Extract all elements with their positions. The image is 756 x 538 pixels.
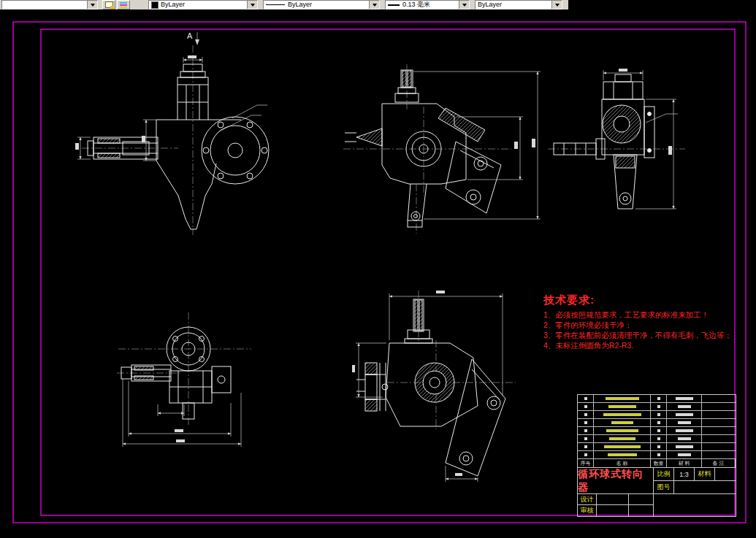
scale-label: 比例 bbox=[654, 468, 674, 481]
tech-requirement-item: 1、必须按照规范要求，工艺要求的标准来加工！ bbox=[543, 310, 744, 320]
chevron-down-icon[interactable] bbox=[247, 1, 257, 9]
header-material: 材 料 bbox=[667, 459, 702, 467]
parts-list-row bbox=[578, 403, 736, 411]
cad-window: A bbox=[0, 0, 756, 538]
reviewer-value bbox=[597, 505, 629, 516]
section-label: A bbox=[187, 31, 193, 40]
header-name: 名 称 bbox=[594, 459, 651, 467]
view-sectional[interactable] bbox=[352, 291, 516, 482]
scale-value: 1:3 bbox=[674, 468, 695, 481]
tech-requirement-item: 3、零件在装配前必须清理干净，不得有毛刺，飞边等； bbox=[543, 330, 744, 340]
parts-list-row bbox=[578, 435, 736, 443]
tech-requirement-item: 2、零件的环境必须干净； bbox=[543, 320, 744, 330]
parts-list-row bbox=[578, 451, 736, 459]
view-left-section[interactable] bbox=[343, 64, 541, 234]
plot-style-value: ByLayer bbox=[478, 1, 562, 9]
header-qty: 数量 bbox=[651, 459, 667, 467]
object-properties-toolbar: ByLayer ByLayer 0.13 毫米 ByLayer bbox=[0, 0, 568, 9]
layer-combobox[interactable] bbox=[1, 0, 98, 9]
view-side[interactable] bbox=[548, 69, 685, 209]
parts-list bbox=[578, 395, 736, 459]
header-index: 序号 bbox=[578, 459, 594, 467]
make-object-layer-current-icon bbox=[105, 1, 113, 8]
parts-list-row bbox=[578, 427, 736, 435]
lineweight-sample-icon bbox=[388, 4, 400, 6]
parts-list-row bbox=[578, 411, 736, 419]
drawing-title: 循环球式转向器 bbox=[578, 468, 654, 494]
parts-list-header: 序号 名 称 数量 材 料 备 注 bbox=[578, 459, 736, 468]
parts-list-row bbox=[578, 395, 736, 403]
layers-icon bbox=[120, 2, 127, 8]
chevron-down-icon[interactable] bbox=[551, 1, 562, 9]
company-cell bbox=[654, 494, 736, 516]
tech-requirements-title: 技术要求: bbox=[543, 293, 744, 307]
linetype-combobox[interactable]: ByLayer bbox=[263, 0, 380, 9]
parts-list-row bbox=[578, 443, 736, 451]
material-label: 材料 bbox=[695, 468, 715, 481]
chevron-down-icon[interactable] bbox=[369, 1, 379, 9]
plot-style-combobox[interactable]: ByLayer bbox=[475, 0, 562, 9]
layer-properties-button[interactable] bbox=[117, 0, 130, 9]
title-block: 序号 名 称 数量 材 料 备 注 循环球式转向器 比例 1:3 材料 图号 设… bbox=[577, 394, 736, 517]
view-front[interactable]: A bbox=[75, 31, 269, 235]
color-swatch-icon bbox=[151, 1, 159, 9]
material-value bbox=[715, 468, 736, 481]
designer-label: 设计 bbox=[578, 494, 597, 505]
chevron-down-icon[interactable] bbox=[87, 1, 97, 9]
color-value: ByLayer bbox=[161, 1, 257, 9]
lineweight-combobox[interactable]: 0.13 毫米 bbox=[385, 0, 470, 9]
tech-requirement-item: 4、未标注倒圆角为R2-R3. bbox=[543, 340, 744, 350]
reviewer-label: 审核 bbox=[578, 505, 597, 516]
make-layer-current-button[interactable] bbox=[102, 0, 115, 9]
color-combobox[interactable]: ByLayer bbox=[148, 0, 258, 9]
parts-list-row bbox=[578, 419, 736, 427]
technical-requirements: 技术要求: 1、必须按照规范要求，工艺要求的标准来加工！ 2、零件的环境必须干净… bbox=[543, 293, 744, 350]
view-top[interactable] bbox=[117, 312, 251, 447]
header-remark: 备 注 bbox=[702, 459, 736, 467]
reviewer-date bbox=[629, 505, 654, 516]
linetype-value: ByLayer bbox=[288, 1, 379, 9]
drawing-no-value bbox=[674, 481, 736, 494]
designer-date bbox=[629, 494, 654, 505]
designer-value bbox=[597, 494, 629, 505]
drawing-no-label: 图号 bbox=[654, 481, 674, 494]
linetype-sample-icon bbox=[266, 4, 285, 5]
chevron-down-icon[interactable] bbox=[459, 1, 469, 9]
